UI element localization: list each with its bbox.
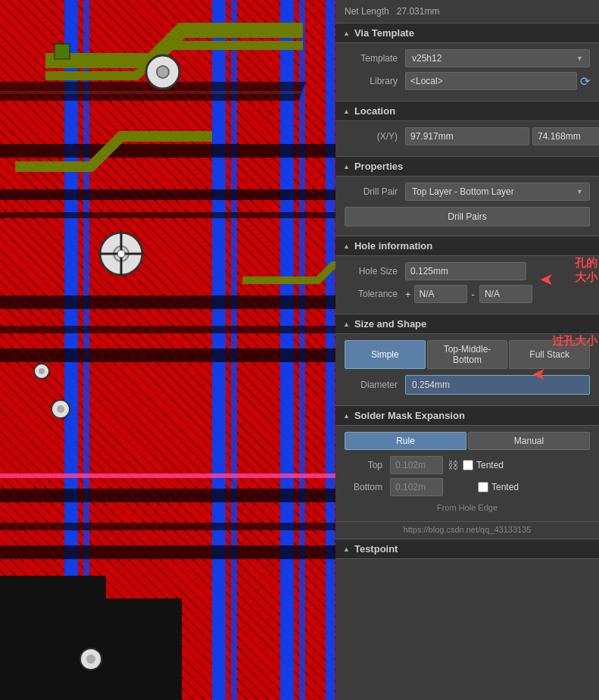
bottom-label: Bottom	[345, 482, 390, 492]
svg-rect-29	[0, 523, 335, 530]
size-shape-header: Size and Shape	[335, 314, 599, 334]
chain-icon[interactable]: ⛓	[448, 459, 458, 471]
drill-pair-label: Drill Pair	[345, 186, 405, 197]
manual-button[interactable]: Manual	[468, 432, 590, 450]
hole-size-label: Hole Size	[345, 266, 405, 277]
properties-content: Drill Pair Top Layer - Bottom Layer ▼ Dr…	[335, 177, 599, 236]
diameter-label: Diameter	[345, 380, 405, 390]
svg-rect-17	[0, 144, 335, 158]
top-mask-input[interactable]	[390, 456, 443, 474]
svg-point-16	[117, 250, 125, 258]
svg-rect-30	[0, 545, 335, 559]
svg-rect-11	[55, 44, 70, 59]
rule-button[interactable]: Rule	[345, 432, 466, 450]
drill-pair-dropdown[interactable]: Top Layer - Bottom Layer ▼	[405, 183, 590, 201]
location-content: (X/Y) 🔒	[335, 121, 599, 156]
hole-info-content: 孔的大小 ➤ Hole Size Tolerance + -	[335, 256, 599, 314]
plus-sign: +	[405, 289, 411, 300]
svg-point-34	[86, 655, 95, 664]
drill-pair-arrow-icon: ▼	[576, 188, 583, 195]
svg-rect-21	[0, 326, 335, 333]
full-stack-button[interactable]: Full Stack	[509, 340, 590, 369]
dropdown-arrow-icon: ▼	[576, 55, 583, 62]
pcb-canvas	[0, 0, 335, 700]
via-template-content: Template v25h12 ▼ Library ⟳	[335, 43, 599, 101]
top-tented-label: Tented	[476, 460, 504, 470]
svg-rect-27	[0, 473, 335, 478]
svg-rect-22	[0, 348, 335, 362]
svg-rect-32	[106, 598, 182, 700]
properties-header: Properties	[335, 156, 599, 177]
mask-button-group: Rule Manual	[345, 432, 590, 450]
solder-mask-header: Solder Mask Expansion	[335, 405, 599, 426]
svg-point-26	[57, 405, 64, 413]
svg-rect-31	[0, 576, 106, 700]
top-mask-row: Top ⛓ Tented	[345, 456, 590, 474]
hole-info-header: Hole information	[335, 236, 599, 256]
from-hole-edge-label: From Hole Edge	[345, 500, 590, 515]
location-header: Location	[335, 101, 599, 121]
svg-rect-8	[0, 91, 302, 94]
minus-sign: -	[472, 289, 475, 300]
library-label: Library	[345, 76, 405, 86]
shape-button-group: Simple Top-Middle-Bottom Full Stack	[345, 340, 590, 369]
bottom-mask-row: Bottom Tented	[345, 478, 590, 496]
tolerance-plus-input[interactable]	[414, 285, 467, 303]
hole-size-input[interactable]	[405, 262, 526, 280]
svg-point-24	[39, 368, 45, 374]
template-label: Template	[345, 53, 405, 64]
bottom-tented-row: Tented	[478, 482, 519, 492]
svg-rect-20	[0, 295, 335, 309]
svg-rect-18	[0, 189, 335, 200]
library-dropdown-wrapper: ⟳	[405, 72, 590, 90]
library-input[interactable]	[405, 72, 577, 90]
xy-label: (X/Y)	[345, 131, 405, 142]
net-length-label: Net Length	[345, 6, 389, 17]
template-dropdown[interactable]: v25h12 ▼	[405, 49, 590, 67]
drill-pairs-button[interactable]: Drill Pairs	[345, 207, 590, 227]
bottom-tented-checkbox[interactable]	[478, 482, 488, 492]
drill-pair-dropdown-wrapper: Top Layer - Bottom Layer ▼	[405, 183, 590, 201]
top-tented-checkbox[interactable]	[463, 460, 473, 470]
tolerance-label: Tolerance	[345, 289, 405, 299]
bottom-tented-label: Tented	[491, 482, 519, 492]
diameter-input[interactable]	[405, 375, 590, 395]
testpoint-header: Testpoint	[335, 539, 599, 559]
bottom-mask-input[interactable]	[390, 478, 443, 496]
library-link-button[interactable]: ⟳	[580, 74, 590, 89]
size-shape-content: 过孔大小 ➤ Simple Top-Middle-Bottom Full Sta…	[335, 334, 599, 405]
simple-button[interactable]: Simple	[345, 340, 426, 369]
net-length-value: 27.031mm	[397, 6, 440, 17]
url-footer: https://blog.csdn.net/qq_43133135	[335, 521, 599, 539]
template-dropdown-wrapper: v25h12 ▼	[405, 49, 590, 67]
properties-panel: Net Length 27.031mm Via Template Templat…	[335, 0, 599, 700]
solder-mask-content: Rule Manual Top ⛓ Tented Bottom Tented F…	[335, 426, 599, 521]
top-label: Top	[345, 460, 390, 470]
y-input[interactable]	[532, 127, 599, 145]
top-middle-bottom-button[interactable]: Top-Middle-Bottom	[427, 340, 508, 369]
svg-point-10	[157, 66, 169, 78]
svg-rect-28	[0, 489, 335, 502]
top-tented-row: Tented	[463, 460, 504, 470]
x-input[interactable]	[405, 127, 529, 145]
tolerance-minus-input[interactable]	[479, 285, 532, 303]
via-template-header: Via Template	[335, 23, 599, 43]
svg-rect-19	[0, 212, 335, 218]
